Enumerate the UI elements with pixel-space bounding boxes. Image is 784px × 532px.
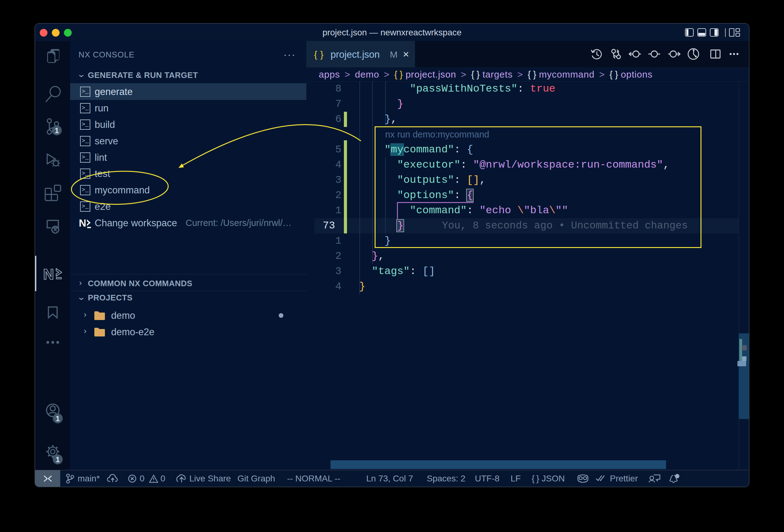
svg-text:1: 1 xyxy=(56,414,60,423)
svg-text:N: N xyxy=(79,218,86,229)
svg-text:1: 1 xyxy=(56,455,60,464)
svg-text:1: 1 xyxy=(55,126,59,135)
svg-text:N: N xyxy=(43,266,54,282)
